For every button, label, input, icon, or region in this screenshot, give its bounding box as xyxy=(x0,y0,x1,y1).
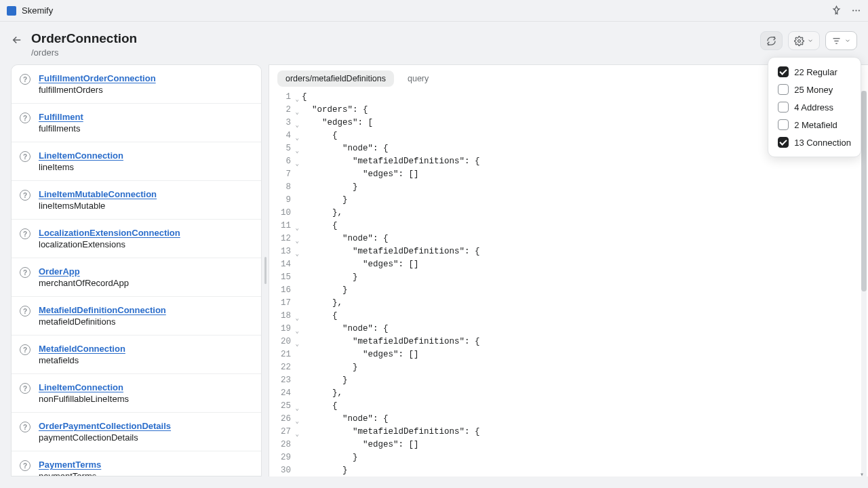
checkbox-icon[interactable] xyxy=(778,66,789,77)
code-line[interactable]: 13⌄ "metafieldDefinitions": { xyxy=(269,245,868,258)
checkbox-icon[interactable] xyxy=(778,102,789,113)
code-line[interactable]: 16 } xyxy=(269,284,868,297)
sidebar-item-type[interactable]: MetafieldConnection xyxy=(39,344,252,354)
sidebar-item-type[interactable]: Fulfillment xyxy=(39,112,252,122)
fold-icon[interactable]: ⌄ xyxy=(296,235,299,248)
fold-icon[interactable]: ⌄ xyxy=(296,338,299,351)
pin-icon[interactable] xyxy=(831,5,842,16)
code-text: { xyxy=(295,129,338,142)
sidebar-item-type[interactable]: PaymentTerms xyxy=(39,460,252,470)
filter-option[interactable]: 22 Regular xyxy=(775,63,854,81)
line-number: 17 xyxy=(269,297,295,310)
help-icon: ? xyxy=(20,306,31,317)
code-line[interactable]: 27⌄ "metafieldDefinitions": { xyxy=(269,426,868,439)
code-line[interactable]: 30 } xyxy=(269,464,868,476)
sidebar-item-type[interactable]: OrderPaymentCollectionDetails xyxy=(39,421,252,431)
sidebar-item-type[interactable]: OrderApp xyxy=(39,266,252,277)
code-line[interactable]: 21 "edges": [] xyxy=(269,348,868,361)
code-line[interactable]: 9 } xyxy=(269,194,868,207)
code-line[interactable]: 12⌄ "node": { xyxy=(269,232,868,245)
fold-icon[interactable]: ⌄ xyxy=(296,94,299,106)
back-arrow-icon[interactable] xyxy=(11,34,23,48)
fold-icon[interactable]: ⌄ xyxy=(296,119,299,132)
line-number: 20⌄ xyxy=(269,336,295,348)
code-line[interactable]: 28 "edges": [] xyxy=(269,439,868,451)
fold-icon[interactable]: ⌄ xyxy=(296,106,299,119)
filter-button[interactable] xyxy=(825,31,857,50)
code-line[interactable]: 25⌄ { xyxy=(269,400,868,413)
header-text: OrderConnection /orders xyxy=(31,31,137,58)
help-icon: ? xyxy=(20,344,31,355)
sidebar-item-type[interactable]: LineItemConnection xyxy=(39,150,252,161)
sidebar-item[interactable]: ?PaymentTermspaymentTerms xyxy=(12,451,261,476)
help-icon: ? xyxy=(20,74,31,85)
fold-icon[interactable]: ⌄ xyxy=(296,403,299,415)
sidebar-item[interactable]: ?LocalizationExtensionConnectionlocaliza… xyxy=(12,220,261,258)
code-line[interactable]: 20⌄ "metafieldDefinitions": { xyxy=(269,336,868,348)
fold-icon[interactable]: ⌄ xyxy=(296,325,299,338)
code-line[interactable]: 24 }, xyxy=(269,387,868,400)
sidebar-item[interactable]: ?MetafieldDefinitionConnectionmetafieldD… xyxy=(12,297,261,336)
sidebar-item-type[interactable]: FulfillmentOrderConnection xyxy=(39,73,252,83)
code-line[interactable]: 10 }, xyxy=(269,207,868,220)
code-line[interactable]: 22 } xyxy=(269,361,868,374)
line-number: 15 xyxy=(269,271,295,284)
chevron-down-icon xyxy=(807,37,814,44)
fold-icon[interactable]: ⌄ xyxy=(296,132,299,145)
scrollbar-thumb[interactable] xyxy=(861,91,867,291)
checkbox-icon[interactable] xyxy=(778,119,789,130)
tab-active[interactable]: orders/metafieldDefinitions xyxy=(277,70,394,87)
checkbox-icon[interactable] xyxy=(778,84,789,95)
splitter-handle[interactable] xyxy=(262,64,269,476)
filter-option[interactable]: 25 Money xyxy=(775,81,854,98)
sidebar-item-type[interactable]: LocalizationExtensionConnection xyxy=(39,228,252,238)
fold-icon[interactable]: ⌄ xyxy=(296,415,299,428)
code-line[interactable]: 26⌄ "node": { xyxy=(269,413,868,426)
refresh-button[interactable] xyxy=(760,31,783,50)
code-line[interactable]: 14 "edges": [] xyxy=(269,258,868,271)
page-path: /orders xyxy=(31,47,137,58)
fold-icon[interactable]: ⌄ xyxy=(296,158,299,171)
code-line[interactable]: 18⌄ { xyxy=(269,310,868,323)
help-icon: ? xyxy=(20,228,31,239)
tab-query[interactable]: query xyxy=(399,70,437,87)
checkbox-icon[interactable] xyxy=(778,137,789,148)
sidebar-item-field: merchantOfRecordApp xyxy=(39,278,252,288)
sidebar-item[interactable]: ?LineItemMutableConnectionlineItemsMutab… xyxy=(12,181,261,220)
fold-icon[interactable]: ⌄ xyxy=(296,222,299,235)
sidebar-item[interactable]: ?FulfillmentOrderConnectionfulfillmentOr… xyxy=(12,65,261,104)
fold-icon[interactable]: ⌄ xyxy=(296,428,299,441)
sidebar-item[interactable]: ?Fulfillmentfulfillments xyxy=(12,104,261,142)
filter-option[interactable]: 2 Metafield xyxy=(775,116,854,134)
sidebar-item[interactable]: ?MetafieldConnectionmetafields xyxy=(12,336,261,374)
code-text: } xyxy=(295,374,348,387)
code-line[interactable]: 11⌄ { xyxy=(269,220,868,232)
filter-option[interactable]: 4 Address xyxy=(775,98,854,116)
code-line[interactable]: 29 } xyxy=(269,451,868,464)
code-line[interactable]: 23 } xyxy=(269,374,868,387)
code-text: "edges": [] xyxy=(295,168,419,181)
scrollbar-down-icon[interactable]: ▾ xyxy=(860,468,867,475)
sidebar-item-type[interactable]: MetafieldDefinitionConnection xyxy=(39,305,252,315)
code-line[interactable]: 19⌄ "node": { xyxy=(269,323,868,336)
fold-icon[interactable]: ⌄ xyxy=(296,312,299,325)
code-line[interactable]: 17 }, xyxy=(269,297,868,310)
sidebar[interactable]: ?FulfillmentOrderConnectionfulfillmentOr… xyxy=(11,64,262,476)
sidebar-item[interactable]: ?LineItemConnectionnonFulfillableLineIte… xyxy=(12,374,261,413)
sidebar-item[interactable]: ?OrderPaymentCollectionDetailspaymentCol… xyxy=(12,413,261,451)
fold-icon[interactable]: ⌄ xyxy=(296,145,299,158)
sidebar-item-type[interactable]: LineItemConnection xyxy=(39,382,252,392)
filter-option[interactable]: 13 Connection xyxy=(775,134,854,151)
settings-button[interactable] xyxy=(788,31,820,50)
code-line[interactable]: 7 "edges": [] xyxy=(269,168,868,181)
code-line[interactable]: 8 } xyxy=(269,181,868,194)
filter-option-label: 22 Regular xyxy=(794,67,837,77)
code-text: } xyxy=(295,271,358,284)
sidebar-item[interactable]: ?LineItemConnectionlineItems xyxy=(12,142,261,181)
code-line[interactable]: 15 } xyxy=(269,271,868,284)
sidebar-item-type[interactable]: LineItemMutableConnection xyxy=(39,189,252,199)
sidebar-item[interactable]: ?OrderAppmerchantOfRecordApp xyxy=(12,258,261,297)
more-icon[interactable] xyxy=(851,5,861,16)
fold-icon[interactable]: ⌄ xyxy=(296,248,299,261)
line-number: 28 xyxy=(269,439,295,451)
